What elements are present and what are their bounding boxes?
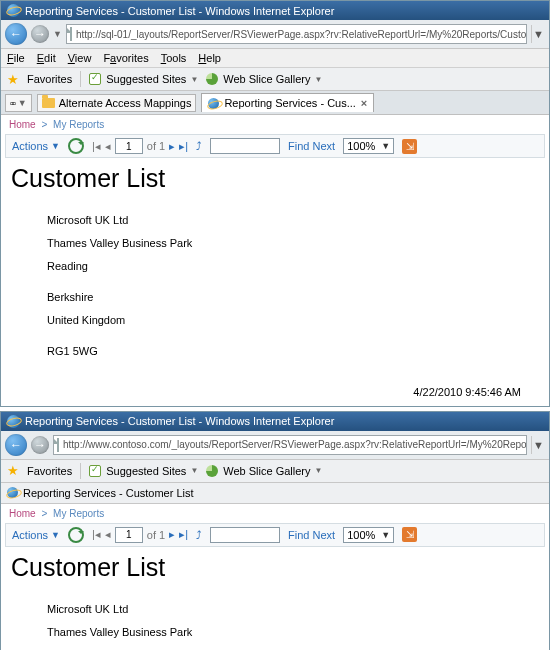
forward-button[interactable]: → — [31, 25, 49, 43]
favorites-star-icon[interactable]: ★ — [7, 72, 19, 87]
ie-icon — [7, 415, 20, 428]
forward-button[interactable]: → — [31, 436, 49, 454]
window-title: Reporting Services - Customer List - Win… — [25, 415, 334, 427]
zoom-value: 100% — [347, 529, 375, 541]
back-button[interactable]: ← — [5, 434, 27, 456]
ie-icon — [208, 98, 219, 109]
zoom-dropdown[interactable]: 100% ▼ — [343, 138, 394, 154]
breadcrumb-current: My Reports — [53, 508, 104, 519]
prev-page-icon: ◂ — [105, 140, 111, 153]
first-page-icon: |◂ — [92, 140, 101, 153]
report-timestamp: 4/22/2010 9:45:46 AM — [1, 380, 549, 406]
breadcrumb-sep: > — [38, 508, 50, 519]
web-slice-gallery[interactable]: Web Slice Gallery ▼ — [206, 73, 322, 85]
tab-label: Reporting Services - Cus... — [224, 97, 355, 109]
suggested-sites[interactable]: Suggested Sites ▼ — [89, 465, 198, 477]
export-icon[interactable]: ⇲ — [402, 139, 417, 154]
address-line: Thames Valley Business Park — [47, 621, 539, 644]
browser-window-1: Reporting Services - Customer List - Win… — [0, 0, 550, 407]
separator — [80, 71, 81, 87]
nav-row: ← → ▼ http://sql-01/_layouts/ReportServe… — [1, 20, 549, 49]
folder-icon — [42, 98, 55, 108]
menu-file[interactable]: File — [7, 52, 25, 64]
close-tab-icon[interactable]: × — [361, 97, 367, 109]
url-text: http://www.contoso.com/_layouts/ReportSe… — [63, 439, 527, 450]
find-input[interactable] — [210, 138, 280, 154]
report-title: Customer List — [11, 164, 539, 193]
export-icon[interactable]: ⇲ — [402, 527, 417, 542]
prev-page-icon: ◂ — [105, 528, 111, 541]
nav-dropdown-icon[interactable]: ▼ — [53, 29, 62, 39]
chevron-down-icon: ▼ — [51, 530, 60, 540]
address-line: Berkshire — [47, 286, 539, 309]
page-of: of 1 — [147, 529, 165, 541]
window-title: Reporting Services - Customer List - Win… — [25, 5, 334, 17]
favorites-label[interactable]: Favorites — [27, 73, 72, 85]
address-line: Microsoft UK Ltd — [47, 209, 539, 232]
menu-view[interactable]: View — [68, 52, 92, 64]
menu-help[interactable]: Help — [198, 52, 221, 64]
favorites-bar: ★ Favorites Suggested Sites ▼ Web Slice … — [1, 460, 549, 483]
page-icon — [57, 438, 59, 452]
last-page-icon[interactable]: ▸| — [179, 528, 188, 541]
actions-label: Actions — [12, 140, 48, 152]
address-line: RG1 5WG — [47, 340, 539, 363]
refresh-icon[interactable] — [68, 138, 84, 154]
web-slice-icon — [206, 465, 218, 477]
next-page-icon[interactable]: ▸ — [169, 140, 175, 153]
separator — [80, 463, 81, 479]
menu-favorites[interactable]: Favorites — [103, 52, 148, 64]
tab-bar: Reporting Services - Customer List — [1, 483, 549, 504]
chevron-down-icon: ▼ — [381, 141, 390, 151]
url-dropdown-icon[interactable]: ▼ — [531, 436, 545, 454]
suggested-sites-label: Suggested Sites — [106, 73, 186, 85]
page-of: of 1 — [147, 140, 165, 152]
suggested-sites[interactable]: Suggested Sites ▼ — [89, 73, 198, 85]
title-bar: Reporting Services - Customer List - Win… — [1, 412, 549, 431]
tab-alternate-access[interactable]: Alternate Access Mappings — [37, 94, 197, 112]
quick-tabs-button[interactable]: ▫▫▼ — [5, 94, 32, 112]
favorites-label[interactable]: Favorites — [27, 465, 72, 477]
chevron-down-icon: ▼ — [190, 466, 198, 475]
menu-bar: File Edit View Favorites Tools Help — [1, 49, 549, 68]
suggested-sites-icon — [89, 73, 101, 85]
next-page-icon[interactable]: ▸ — [169, 528, 175, 541]
breadcrumb-home[interactable]: Home — [9, 508, 36, 519]
refresh-icon[interactable] — [68, 527, 84, 543]
address-bar[interactable]: http://sql-01/_layouts/ReportServer/RSVi… — [66, 24, 527, 44]
back-parent-icon[interactable]: ⤴ — [196, 529, 202, 541]
actions-menu[interactable]: Actions ▼ — [12, 529, 60, 541]
back-button[interactable]: ← — [5, 23, 27, 45]
favorites-star-icon[interactable]: ★ — [7, 463, 19, 478]
chevron-down-icon: ▼ — [315, 466, 323, 475]
title-bar: Reporting Services - Customer List - Win… — [1, 1, 549, 20]
address-line: Reading — [47, 644, 539, 650]
tab-label[interactable]: Reporting Services - Customer List — [23, 487, 194, 499]
suggested-sites-label: Suggested Sites — [106, 465, 186, 477]
address-line: Thames Valley Business Park — [47, 232, 539, 255]
back-parent-icon[interactable]: ⤴ — [196, 140, 202, 152]
report-content: Customer List Microsoft UK Ltd Thames Va… — [1, 158, 549, 380]
breadcrumb-home[interactable]: Home — [9, 119, 36, 130]
find-next-link[interactable]: Find Next — [288, 529, 335, 541]
report-body: Microsoft UK Ltd Thames Valley Business … — [47, 598, 539, 650]
breadcrumb: Home > My Reports — [1, 115, 549, 134]
actions-menu[interactable]: Actions ▼ — [12, 140, 60, 152]
suggested-sites-icon — [89, 465, 101, 477]
page-input[interactable] — [115, 138, 143, 154]
url-dropdown-icon[interactable]: ▼ — [531, 25, 545, 43]
web-slice-label: Web Slice Gallery — [223, 73, 310, 85]
menu-tools[interactable]: Tools — [161, 52, 187, 64]
address-line: Microsoft UK Ltd — [47, 598, 539, 621]
web-slice-gallery[interactable]: Web Slice Gallery ▼ — [206, 465, 322, 477]
menu-edit[interactable]: Edit — [37, 52, 56, 64]
last-page-icon[interactable]: ▸| — [179, 140, 188, 153]
breadcrumb-current: My Reports — [53, 119, 104, 130]
tab-current[interactable]: Reporting Services - Cus... × — [201, 93, 374, 112]
find-input[interactable] — [210, 527, 280, 543]
find-next-link[interactable]: Find Next — [288, 140, 335, 152]
address-bar[interactable]: http://www.contoso.com/_layouts/ReportSe… — [53, 435, 527, 455]
zoom-dropdown[interactable]: 100% ▼ — [343, 527, 394, 543]
report-toolbar: Actions ▼ |◂ ◂ of 1 ▸ ▸| ⤴ Find Next 100… — [5, 134, 545, 158]
page-input[interactable] — [115, 527, 143, 543]
